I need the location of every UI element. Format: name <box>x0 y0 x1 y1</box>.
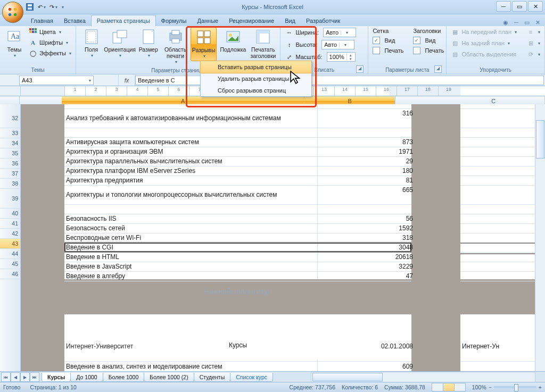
sheet-tab[interactable]: Курсы <box>42 373 71 382</box>
gridlines-view-check[interactable]: ✓Вид <box>371 36 404 45</box>
cell[interactable]: Антивирусная защита компьютерных систем <box>64 137 320 147</box>
cell[interactable]: 1592 <box>317 223 415 233</box>
row-header[interactable]: 40 <box>0 208 20 219</box>
theme-colors[interactable]: Цвета▾ <box>28 27 72 37</box>
workbook-restore-button[interactable]: ▭ <box>523 19 531 26</box>
cell[interactable]: Безопасность IIS <box>64 214 320 223</box>
cell[interactable]: 81 <box>317 176 415 185</box>
row-header[interactable]: 38 <box>0 179 20 189</box>
theme-fonts[interactable]: AШрифты▾ <box>28 38 72 47</box>
spreadsheet-grid[interactable]: 32 33 34 35 36 37 38 39 40 41 42 43 44 4… <box>0 104 545 372</box>
sheet-tab[interactable]: Список курс <box>230 373 273 382</box>
qat-customize-icon[interactable]: ▾ <box>62 5 64 10</box>
row-header[interactable]: 35 <box>0 148 20 159</box>
size-button[interactable]: Размер▾ <box>136 27 160 60</box>
view-page-layout[interactable] <box>443 383 455 391</box>
fx-button[interactable]: fx <box>118 75 135 86</box>
tab-home[interactable]: Главная <box>26 15 59 26</box>
row-header[interactable]: 34 <box>0 138 20 148</box>
row-header[interactable]: 42 <box>0 229 20 239</box>
undo-icon[interactable]: ↶▾ <box>37 3 46 11</box>
cell[interactable]: 56 <box>317 214 415 223</box>
background-button[interactable]: Подложка <box>219 27 247 54</box>
cell[interactable]: 29 <box>317 156 415 166</box>
cell[interactable]: 316 <box>317 109 415 118</box>
cell[interactable]: 3048 <box>317 243 415 252</box>
row-header[interactable]: 44 <box>0 249 20 259</box>
themes-button[interactable]: Aa Темы▾ <box>3 27 26 60</box>
cell[interactable]: Введение в JavaScript <box>64 262 320 271</box>
cell[interactable]: 3229 <box>317 262 415 271</box>
row-header[interactable]: 37 <box>0 169 20 179</box>
row-header[interactable]: 47 <box>0 279 20 386</box>
view-normal[interactable] <box>432 383 443 391</box>
row-header[interactable]: 39 <box>0 189 20 208</box>
cell[interactable]: 665 <box>317 185 415 195</box>
tab-nav-last[interactable]: ⏭ <box>30 372 39 382</box>
row-header[interactable]: 33 <box>0 128 20 138</box>
row-header[interactable]: 43 <box>0 239 20 249</box>
row-header[interactable]: 45 <box>0 259 20 269</box>
cell[interactable]: Безопасность сетей <box>64 223 320 233</box>
tab-page-layout[interactable]: Разметка страницы <box>91 15 156 26</box>
page-header-right[interactable]: 02.01.2008 <box>317 341 415 351</box>
cell[interactable]: Введение в CGI <box>64 243 320 252</box>
cell[interactable]: Архитектура предприятия <box>64 176 320 185</box>
cell[interactable]: 873 <box>317 137 415 147</box>
tab-insert[interactable]: Вставка <box>59 15 91 26</box>
cell[interactable]: Введение в анализ, синтез и моделировани… <box>64 362 320 371</box>
headings-print-check[interactable]: Печать <box>412 46 445 55</box>
print-area-button[interactable]: Область печати▾ <box>162 27 188 66</box>
tab-nav-next[interactable]: ▶ <box>20 372 30 382</box>
help-icon[interactable]: ◉ <box>501 19 510 26</box>
page-footer-placeholder[interactable]: Нижний колонтитул <box>64 287 411 296</box>
cell[interactable]: Архитектуры и топологии многопроцессорны… <box>64 185 320 204</box>
tab-nav-first[interactable]: ⏮ <box>1 372 11 382</box>
sheet-tab[interactable]: Более 1000 (2) <box>144 373 194 382</box>
ribbon-minimize-button[interactable]: ─ <box>512 19 521 26</box>
zoom-in-button[interactable]: + <box>539 384 542 390</box>
fit-dialog-launcher[interactable]: ◢ <box>356 65 364 73</box>
cell[interactable]: Архитектура платформ IBM eServer zSeries <box>64 166 320 176</box>
zoom-out-button[interactable]: − <box>489 384 492 390</box>
print-titles-button[interactable]: Печатать заголовки <box>249 27 277 60</box>
cell[interactable]: 1971 <box>317 147 415 156</box>
tab-review[interactable]: Рецензирование <box>224 15 279 26</box>
cell[interactable]: Архитектура и организация ЭВМ <box>64 147 320 156</box>
sheet-tab[interactable]: Студенты <box>194 373 231 382</box>
width-combo[interactable]: Авто▾ <box>323 28 356 37</box>
workbook-close-button[interactable]: ✕ <box>533 19 542 26</box>
cell[interactable]: Беспроводные сети Wi-Fi <box>64 233 320 243</box>
tab-formulas[interactable]: Формулы <box>156 15 192 26</box>
sheet-tab[interactable]: До 1000 <box>70 373 103 382</box>
cell[interactable]: 20618 <box>317 252 415 262</box>
theme-effects[interactable]: ◯Эффекты▾ <box>28 48 72 58</box>
cell[interactable]: Анализ требований к автоматизированным и… <box>64 109 320 128</box>
headings-view-check[interactable]: ✓Вид <box>412 36 445 45</box>
tab-developer[interactable]: Разработчик <box>301 15 345 26</box>
row-header[interactable]: 41 <box>0 219 20 229</box>
menu-reset-page-breaks[interactable]: Сброс разрывов страниц <box>201 85 311 96</box>
cell[interactable]: 180 <box>317 166 415 176</box>
breaks-button[interactable]: Разрывы▾ <box>191 27 217 61</box>
row-header[interactable]: 36 <box>0 159 20 169</box>
cell[interactable]: Введение в HTML <box>64 252 320 262</box>
office-button[interactable] <box>2 2 23 23</box>
name-box[interactable]: A43▾ <box>19 76 94 85</box>
cell[interactable]: 47 <box>317 271 415 281</box>
zoom-value[interactable]: 100% <box>472 384 486 390</box>
formula-input[interactable]: Введение в C <box>135 76 544 85</box>
sheet-dialog-launcher[interactable]: ◢ <box>434 65 442 73</box>
tab-nav-prev[interactable]: ◀ <box>11 372 20 382</box>
horizontal-scrollbar[interactable] <box>311 372 535 382</box>
close-button[interactable]: ✕ <box>528 1 543 12</box>
cell[interactable]: Введение в алгебру <box>64 271 320 281</box>
row-header[interactable]: 46 <box>0 269 20 279</box>
page-header-left-c[interactable]: Интернет-Ун <box>460 341 545 351</box>
row-header[interactable]: 32 <box>0 109 20 128</box>
vertical-scrollbar[interactable] <box>535 104 545 372</box>
tab-view[interactable]: Вид <box>279 15 301 26</box>
margins-button[interactable]: Поля▾ <box>79 27 103 60</box>
orientation-button[interactable]: Ориентация▾ <box>105 27 134 60</box>
zoom-slider[interactable] <box>494 386 536 388</box>
